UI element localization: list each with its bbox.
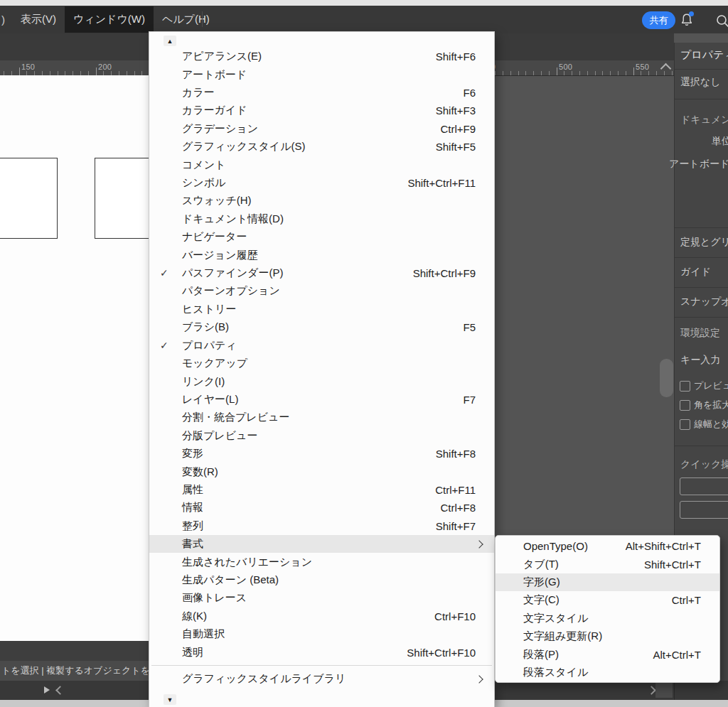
window-menu-item-1[interactable]: アートボード: [149, 65, 494, 83]
window-menu-item-12[interactable]: ✓パスファインダー(P)Shift+Ctrl+F9: [149, 264, 494, 282]
window-menu-item-label: アピアランス(E): [182, 50, 262, 63]
window-menu-item-18[interactable]: リンク(I): [149, 372, 494, 390]
ruler-major-tick: [19, 68, 20, 75]
window-menu-item-label: 線(K): [182, 610, 207, 623]
window-menu-item-4[interactable]: グラデーションCtrl+F9: [149, 120, 494, 138]
window-menu-item-24[interactable]: 属性Ctrl+F11: [149, 481, 494, 499]
artwork-rectangle-1[interactable]: [0, 158, 58, 239]
window-menu-item-2[interactable]: カラーF6: [149, 84, 494, 102]
type-submenu-item-label: 文字(C): [523, 593, 560, 607]
checkbox-scale-corners[interactable]: 角を拡大・縮小: [680, 399, 728, 411]
window-menu-item-label: 整列: [182, 519, 203, 533]
window-menu-item-6[interactable]: コメント: [149, 156, 494, 173]
menu-item-help[interactable]: ヘルプ(H): [154, 6, 218, 33]
window-menu-item-10[interactable]: ナビゲーター: [149, 228, 494, 246]
checkbox-icon[interactable]: [680, 419, 690, 430]
window-menu-item-label: 分割・統合プレビュー: [182, 411, 289, 424]
shortcut-label: F6: [463, 87, 483, 99]
snap-options-row[interactable]: スナップオプション: [680, 296, 728, 308]
window-menu-item-15[interactable]: ブラシ(B)F5: [149, 318, 494, 336]
window-menu-item-31[interactable]: 線(K)Ctrl+F10: [149, 608, 494, 625]
menu-scroll-down-icon[interactable]: ▼: [164, 694, 176, 705]
checkbox-preview-bounds[interactable]: プレビュー境界: [680, 379, 728, 392]
window-menu-item-28[interactable]: 生成されたバリエーション: [149, 553, 494, 571]
panel-divider: [675, 227, 728, 228]
type-submenu-item-label: 文字組み更新(R): [523, 630, 602, 643]
window-menu-item-11[interactable]: バージョン履歴: [149, 246, 494, 264]
status-bar-divider: [674, 681, 675, 700]
type-submenu: OpenType(O)Alt+Shift+Ctrl+Tタブ(T)Shift+Ct…: [495, 535, 720, 683]
window-menu-item-33[interactable]: 透明Shift+Ctrl+F10: [149, 643, 494, 661]
menu-item-window[interactable]: ウィンドウ(W): [65, 6, 154, 33]
menu-item-view[interactable]: 表示(V): [12, 6, 65, 33]
share-button[interactable]: 共有: [642, 11, 675, 29]
panel-divider: [675, 69, 728, 70]
window-menu-item-32[interactable]: 自動選択: [149, 625, 494, 643]
type-submenu-item-4[interactable]: 文字スタイル: [496, 610, 719, 627]
window-menu-item-label: プロパティ: [182, 339, 237, 352]
ruler-label: 200: [98, 63, 112, 71]
shortcut-label: F5: [463, 321, 483, 333]
checkbox-scale-strokes[interactable]: 線幅と効果: [680, 418, 728, 431]
shortcut-label: Ctrl+F9: [440, 123, 483, 135]
menu-scroll-up-icon[interactable]: ▲: [164, 36, 176, 46]
window-menu-item-20[interactable]: 分割・統合プレビュー: [149, 409, 494, 426]
type-submenu-item-0[interactable]: OpenType(O)Alt+Shift+Ctrl+T: [496, 537, 719, 555]
window-menu-item-25[interactable]: 情報Ctrl+F8: [149, 499, 494, 517]
menubar-separator: [202, 11, 203, 27]
ruler-major-tick: [633, 68, 634, 75]
type-submenu-item-7[interactable]: 段落スタイル: [496, 664, 719, 681]
checkbox-icon[interactable]: [680, 381, 690, 392]
window-menu-item-19[interactable]: レイヤー(L)F7: [149, 391, 494, 409]
window-menu-item-5[interactable]: グラフィックスタイル(S)Shift+F5: [149, 138, 494, 156]
panel-divider: [675, 257, 728, 258]
type-submenu-item-1[interactable]: タブ(T)Shift+Ctrl+T: [496, 555, 719, 573]
window-menu-item-label: カラーガイド: [182, 104, 247, 117]
vertical-scrollbar-thumb[interactable]: [660, 359, 673, 397]
panel-divider: [675, 287, 728, 288]
window-menu-item-30[interactable]: 画像トレース: [149, 589, 494, 607]
window-menu-item-29[interactable]: 生成パターン (Beta): [149, 571, 494, 589]
shortcut-label: Shift+F5: [436, 141, 483, 153]
menu-bar: ) 表示(V) ウィンドウ(W) ヘルプ(H): [0, 6, 728, 33]
window-menu-item-9[interactable]: ドキュメント情報(D): [149, 210, 494, 228]
window-menu-item-35[interactable]: グラフィックスタイルライブラリ: [149, 670, 494, 688]
window-menu-item-label: リンク(I): [182, 375, 225, 389]
window-menu-item-21[interactable]: 分版プレビュー: [149, 427, 494, 445]
window-menu-item-label: 情報: [182, 501, 203, 514]
tab-properties[interactable]: プロパティ: [680, 48, 728, 62]
window-menu-item-22[interactable]: 変形Shift+F8: [149, 445, 494, 463]
window-menu-item-8[interactable]: スウォッチ(H): [149, 192, 494, 210]
window-menu-item-26[interactable]: 整列Shift+F7: [149, 517, 494, 535]
quick-action-button-1[interactable]: [680, 477, 728, 495]
window-menu-dropdown: ▲ アピアランス(E)Shift+F6アートボードカラーF6カラーガイドShif…: [149, 31, 495, 707]
window-menu-item-27[interactable]: 書式: [149, 535, 494, 553]
artboard-nav-next-icon[interactable]: [44, 686, 50, 693]
window-menu-item-13[interactable]: パターンオプション: [149, 282, 494, 300]
window-menu-item-14[interactable]: ヒストリー: [149, 301, 494, 318]
rulers-grid-row[interactable]: 定規とグリッド: [680, 236, 728, 249]
type-submenu-item-3[interactable]: 文字(C)Ctrl+T: [496, 591, 719, 609]
search-icon[interactable]: [715, 14, 728, 29]
window-menu-item-label: レイヤー(L): [182, 393, 238, 406]
window-menu-item-label: 変形: [182, 447, 203, 460]
window-menu-item-23[interactable]: 変数(R): [149, 463, 494, 480]
checkbox-icon[interactable]: [680, 400, 690, 411]
illustrator-app: { "menubar": { "left_cut": ")", "items":…: [0, 0, 728, 707]
window-menu-item-0[interactable]: アピアランス(E)Shift+F6: [149, 48, 494, 65]
key-input-row[interactable]: キー入力: [680, 354, 720, 367]
type-submenu-item-6[interactable]: 段落(P)Alt+Ctrl+T: [496, 645, 719, 663]
type-submenu-item-label: タブ(T): [523, 558, 559, 571]
window-menu-item-3[interactable]: カラーガイドShift+F3: [149, 102, 494, 119]
scrollbar-corner: [655, 683, 673, 698]
type-submenu-item-2[interactable]: 字形(G): [496, 573, 719, 591]
ruler-major-tick: [96, 68, 97, 75]
menu-item-cut[interactable]: ): [1, 14, 5, 26]
quick-action-button-2[interactable]: [680, 501, 728, 519]
window-menu-item-16[interactable]: ✓プロパティ: [149, 337, 494, 355]
window-menu-item-label: グラデーション: [182, 122, 258, 136]
guides-row[interactable]: ガイド: [680, 266, 711, 279]
window-menu-item-17[interactable]: モックアップ: [149, 355, 494, 372]
window-menu-item-7[interactable]: シンボルShift+Ctrl+F11: [149, 174, 494, 192]
type-submenu-item-5[interactable]: 文字組み更新(R): [496, 627, 719, 645]
